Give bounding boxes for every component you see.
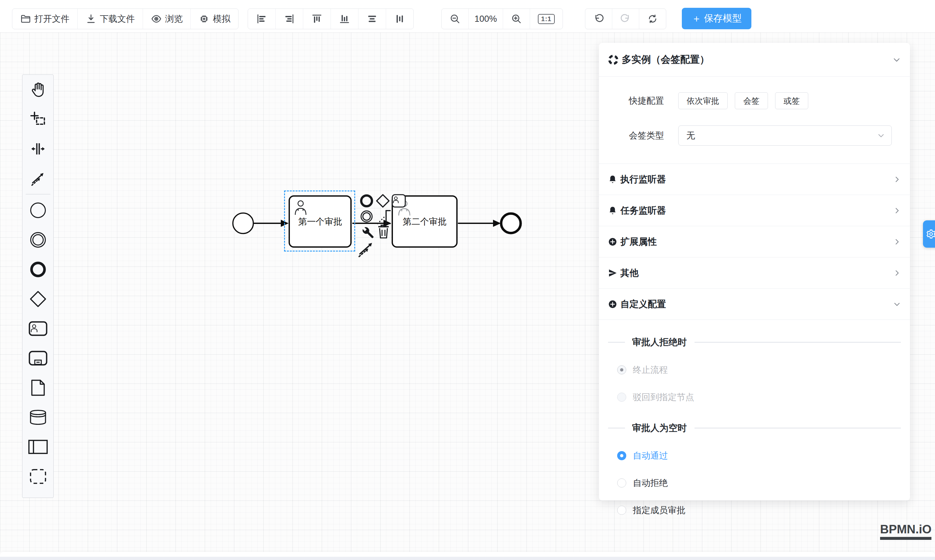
section-label: 自定义配置 [620, 298, 893, 311]
palette-end-event[interactable] [22, 254, 53, 284]
simulate-button[interactable]: 模拟 [191, 9, 238, 29]
sequence-flow-3[interactable] [458, 220, 501, 227]
lasso-icon [29, 111, 46, 128]
section-label: 执行监听器 [620, 173, 893, 186]
lasso-tool[interactable] [22, 104, 53, 134]
palette-participant-pool[interactable] [22, 432, 53, 462]
end-event[interactable] [501, 214, 521, 233]
panel-header[interactable]: 多实例（会签配置） [599, 43, 910, 77]
radio-button [617, 365, 626, 374]
palette-start-event[interactable] [22, 195, 53, 225]
radio-label: 驳回到指定节点 [633, 391, 694, 403]
preview-button[interactable]: 浏览 [143, 9, 191, 29]
radio-auto-pass[interactable]: 自动通过 [608, 450, 901, 462]
trash-icon [377, 224, 390, 239]
chevron-down-icon [892, 55, 901, 64]
context-append-end-event[interactable] [360, 194, 374, 209]
element-palette [22, 74, 54, 498]
context-change-type[interactable] [359, 224, 374, 240]
open-file-label: 打开文件 [34, 13, 69, 25]
footer-edge [0, 557, 935, 560]
undo-button[interactable] [585, 9, 612, 29]
context-delete[interactable] [377, 224, 390, 240]
section-execution-listeners[interactable]: 执行监听器 [599, 164, 910, 195]
context-append-user-task[interactable] [392, 194, 406, 209]
radio-label: 自动通过 [633, 450, 668, 462]
palette-data-store[interactable] [22, 402, 53, 432]
zoom-in-icon [511, 13, 522, 25]
download-file-button[interactable]: 下载文件 [78, 9, 143, 29]
chevron-right-icon [893, 207, 901, 214]
refresh-button[interactable] [639, 9, 666, 29]
section-other[interactable]: 其他 [599, 257, 910, 289]
section-extended-properties[interactable]: 扩展属性 [599, 226, 910, 257]
align-left-icon [256, 13, 268, 25]
radio-label: 指定成员审批 [633, 505, 686, 516]
radio-button[interactable] [617, 451, 626, 460]
intermediate-event-icon [29, 231, 46, 248]
context-append-intermediate-event[interactable] [360, 209, 374, 225]
user-task-icon [29, 321, 48, 336]
participant-pool-icon [28, 439, 48, 454]
open-file-button[interactable]: 打开文件 [12, 9, 78, 29]
sign-type-row: 会签类型 无 [599, 125, 910, 146]
gateway-icon [375, 193, 390, 208]
sign-type-select[interactable]: 无 [678, 125, 892, 146]
hand-icon [29, 81, 46, 98]
bpmn-designer-app: 打开文件 下载文件 浏览 模拟 [0, 0, 935, 560]
global-connect-tool[interactable] [22, 163, 53, 193]
hand-tool[interactable] [22, 75, 53, 104]
settings-tab[interactable] [923, 220, 935, 248]
zoom-level-display: 100% [469, 9, 503, 29]
palette-group[interactable] [22, 462, 53, 491]
section-custom-config[interactable]: 自定义配置 [599, 289, 910, 320]
palette-intermediate-event[interactable] [22, 225, 53, 254]
redo-button[interactable] [612, 9, 639, 29]
undo-icon [593, 13, 604, 25]
align-right-button[interactable] [275, 9, 303, 29]
quick-option-sequential[interactable]: 依次审批 [678, 92, 727, 109]
section-task-listeners[interactable]: 任务监听器 [599, 195, 910, 226]
zoom-out-button[interactable] [442, 9, 469, 29]
radio-button[interactable] [617, 506, 626, 515]
section-label: 其他 [620, 267, 893, 279]
user-task-first-approval[interactable]: 第一个审批 [289, 195, 352, 248]
align-center-vertical-button[interactable] [386, 9, 414, 29]
sign-type-label: 会签类型 [599, 130, 664, 142]
context-append-gateway[interactable] [375, 193, 390, 210]
align-bottom-button[interactable] [331, 9, 358, 29]
palette-sub-process[interactable] [22, 343, 53, 373]
bell-icon [608, 175, 617, 184]
divider-line [695, 342, 901, 343]
radio-label: 终止流程 [633, 364, 668, 376]
radio-designated-member[interactable]: 指定成员审批 [608, 505, 901, 516]
zoom-reset-button[interactable]: 1:1 [530, 9, 563, 29]
radio-button[interactable] [617, 478, 626, 488]
align-top-button[interactable] [303, 9, 331, 29]
quick-option-countersign[interactable]: 会签 [735, 92, 768, 109]
space-tool-icon [29, 140, 46, 157]
zoom-group: 100% 1:1 [441, 8, 563, 29]
quick-option-orsign[interactable]: 或签 [775, 92, 808, 109]
sequence-flow-1[interactable] [254, 220, 289, 227]
palette-document[interactable] [22, 373, 53, 402]
save-model-button[interactable]: ＋ 保存模型 [682, 8, 751, 29]
save-model-label: 保存模型 [704, 12, 742, 25]
start-event[interactable] [233, 213, 254, 234]
context-connect-tool[interactable] [357, 240, 375, 259]
connect-arrows-icon [357, 240, 375, 258]
palette-user-task[interactable] [22, 314, 53, 343]
palette-gateway[interactable] [22, 284, 53, 314]
align-center-horizontal-button[interactable] [358, 9, 386, 29]
align-left-button[interactable] [248, 9, 275, 29]
bpmn-io-logo[interactable]: BPMN.iO [880, 523, 932, 540]
reject-group-header: 审批人拒绝时 [608, 336, 901, 348]
sign-type-value: 无 [686, 130, 877, 142]
custom-config-content: 审批人拒绝时 终止流程 驳回到指定节点 审批人为空时 自动通过 [599, 336, 910, 516]
radio-auto-reject[interactable]: 自动拒绝 [608, 477, 901, 489]
divider-line [608, 428, 625, 428]
gateway-icon [29, 290, 47, 308]
space-tool[interactable] [22, 134, 53, 163]
user-task-icon [392, 194, 406, 208]
zoom-in-button[interactable] [503, 9, 530, 29]
